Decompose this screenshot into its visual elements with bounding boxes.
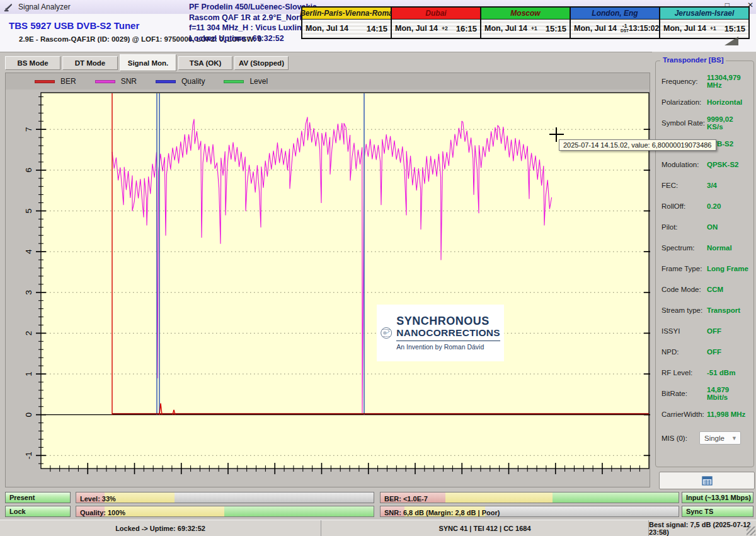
field-bitrate: BitRate:14,879 Mbit/s <box>662 383 750 404</box>
clock-city-label: Dubai <box>425 9 446 18</box>
quality-progress-bar: Quality: 100% <box>76 506 374 517</box>
clock-city-label: Jerusalem-Israel <box>675 9 735 18</box>
clock-dst-flag: DST <box>621 28 629 33</box>
field-rolloff: RollOff:0.20 <box>662 195 750 216</box>
site-info-line: PF Prodelin 450/Lučenec-Slovakia <box>189 2 306 13</box>
mis-dropdown[interactable]: Single ▼ <box>699 431 741 445</box>
tab-signal-mon[interactable]: Signal Mon. <box>120 54 176 71</box>
clock-city-label: Berlin-Paris-Vienna-Roma <box>300 9 393 18</box>
tab-dt-mode[interactable]: DT Mode <box>62 56 118 70</box>
clock-berlin: Berlin-Paris-Vienna-Roma Mon, Jul 14 14:… <box>301 6 392 39</box>
svg-text:-1: -1 <box>24 452 33 459</box>
clock-utc-offset: +2 <box>442 26 448 31</box>
tab-bs-mode[interactable]: BS Mode <box>5 56 60 70</box>
clock-time: 14:15 <box>367 24 387 33</box>
field-carrier-width: CarrierWidth:11,998 MHz <box>662 404 750 424</box>
field-issyi: ISSYIOFF <box>662 320 750 341</box>
app-icon <box>4 3 13 12</box>
clock-utc-offset: -1 <box>622 24 627 28</box>
clock-date: Mon, Jul 14 <box>484 24 527 33</box>
tab-av[interactable]: AV (Stopped) <box>234 56 289 70</box>
field-polarization: Polarization:Horizontal <box>662 91 750 112</box>
field-symbol-rate: Symbol Rate:9999,02 KS/s <box>662 112 750 133</box>
chart-value-tooltip: 2025-07-14 14.15.02, value: 6,8000001907… <box>559 139 716 151</box>
clock-jerusalem: Jerusalem-Israel Mon, Jul 14 +1 15:15 <box>659 6 750 39</box>
field-code-mode: Code Mode:CCM <box>662 279 750 300</box>
clock-moscow: Moscow Mon, Jul 14 +1 15:15 <box>480 6 571 39</box>
input-bitrate-badge: Input (~13,91 Mbps) <box>682 492 753 503</box>
field-npd: NPD:OFF <box>662 341 750 362</box>
transponder-fields: Frequency:11304,979 MHz Polarization:Hor… <box>662 71 750 424</box>
ber-progress-bar: BER: <1.0E-7 <box>380 492 679 503</box>
world-clocks: Berlin-Paris-Vienna-Roma Mon, Jul 14 14:… <box>301 6 755 39</box>
mis-row: MIS (0): Single ▼ <box>662 431 750 445</box>
clock-time: 15:15 <box>724 24 745 33</box>
clock-utc-offset: +1 <box>531 26 537 31</box>
level-progress-bar: Level: 33% <box>76 492 374 503</box>
brand-logo: AN INVENTION BY ROMAN DÁVID SYNCHRONOUS … <box>377 305 504 361</box>
site-info-line: Rascom QAF 1R at 2.9°E_North <box>189 13 306 23</box>
svg-text:5: 5 <box>24 209 33 214</box>
clock-utc-offset: +1 <box>710 26 716 31</box>
clock-london: London, Eng Mon, Jul 14 -1DST 13:15:02 <box>570 6 660 39</box>
sync-ts-badge: Sync TS <box>682 506 753 517</box>
tab-tsa[interactable]: TSA (OK) <box>178 56 232 70</box>
clock-dubai: Dubai Mon, Jul 14 +2 16:15 <box>391 6 481 39</box>
field-frame-type: Frame Type:Long Frame <box>662 258 750 279</box>
field-stream-type: Stream type:Transport <box>662 300 750 320</box>
clock-date: Mon, Jul 14 <box>663 24 706 33</box>
signal-row-2: Lock Quality: 100% SNR: 6,8 dB (Margin: … <box>0 506 756 517</box>
calculator-button[interactable] <box>659 472 755 489</box>
site-info-block: PF Prodelin 450/Lučenec-Slovakia Rascom … <box>189 2 306 44</box>
site-info-line: f=11 304 MHz_H : Vicus Luxlink <box>189 23 306 33</box>
clock-date: Mon, Jul 14 <box>395 24 438 33</box>
svg-text:3: 3 <box>24 290 33 295</box>
brand-name-line1: SYNCHRONOUS <box>396 315 500 327</box>
brand-badge-icon: AN INVENTION BY ROMAN DÁVID <box>381 309 392 357</box>
present-badge: Present <box>5 492 71 503</box>
transponder-title: Transponder [BS] <box>660 56 726 64</box>
site-info-line: Locked Uptime : 69:32:52 <box>189 33 306 44</box>
svg-text:6: 6 <box>24 168 33 173</box>
svg-text:7: 7 <box>24 127 33 132</box>
status-sync-counters: SYNC 41 | TEI 412 | CC 1684 <box>321 520 649 536</box>
field-rf-level: RF Level:-51 dBm <box>662 362 750 383</box>
status-bar: Locked -> Uptime: 69:32:52 SYNC 41 | TEI… <box>0 520 756 536</box>
field-pilot: Pilot:ON <box>662 216 750 237</box>
calculator-icon <box>702 476 713 486</box>
window-title: Signal Analyzer <box>18 3 71 11</box>
field-spectrum: Spectrum:Normal <box>662 237 750 258</box>
field-frequency: Frequency:11304,979 MHz <box>662 71 750 91</box>
svg-text:4: 4 <box>24 249 33 254</box>
svg-text:2: 2 <box>24 331 33 336</box>
signal-analyzer-window: Signal Analyzer □ ✕ TBS 5927 USB DVB-S2 … <box>0 0 756 536</box>
brand-name-line2: NANOCORRECTIONS <box>396 327 500 338</box>
clock-date: Mon, Jul 14 <box>574 24 617 33</box>
brand-tagline: An Invention by Roman Dávid <box>396 343 500 351</box>
chevron-down-icon: ▼ <box>731 435 737 441</box>
clock-city-label: Moscow <box>510 9 540 18</box>
lock-badge: Lock <box>5 506 71 517</box>
signal-row-1: Present Level: 33% BER: <1.0E-7 Input (~… <box>0 492 756 503</box>
clock-city-label: London, Eng <box>592 9 638 18</box>
field-fec: FEC:3/4 <box>662 175 750 195</box>
status-uptime: Locked -> Uptime: 69:32:52 <box>0 520 321 536</box>
clock-time: 15:15 <box>546 24 566 33</box>
clock-corner-grip-icon <box>724 37 738 45</box>
svg-text:0: 0 <box>24 412 33 417</box>
mis-selected-value: Single <box>704 434 724 442</box>
snr-progress-bar: SNR: 6,8 dB (Margin: 2,8 dB | Poor) <box>380 506 679 517</box>
clock-date: Mon, Jul 14 <box>306 24 348 33</box>
device-title: TBS 5927 USB DVB-S2 Tuner <box>9 20 139 31</box>
window-resize-grip[interactable] <box>747 527 755 535</box>
clock-time: 13:15:02 <box>629 24 659 33</box>
logo-divider <box>396 341 500 342</box>
crosshair-cursor-icon <box>556 127 557 142</box>
status-best-signal: Best signal: 7,5 dB (2025-07-12 23:58) <box>649 520 756 536</box>
field-modulation: Modulation:QPSK-S2 <box>662 154 750 175</box>
mis-label: MIS (0): <box>662 434 699 442</box>
svg-text:1: 1 <box>24 371 33 376</box>
clock-time: 16:15 <box>456 24 477 33</box>
mode-tab-strip: BS Mode DT Mode Signal Mon. TSA (OK) AV … <box>0 52 652 73</box>
